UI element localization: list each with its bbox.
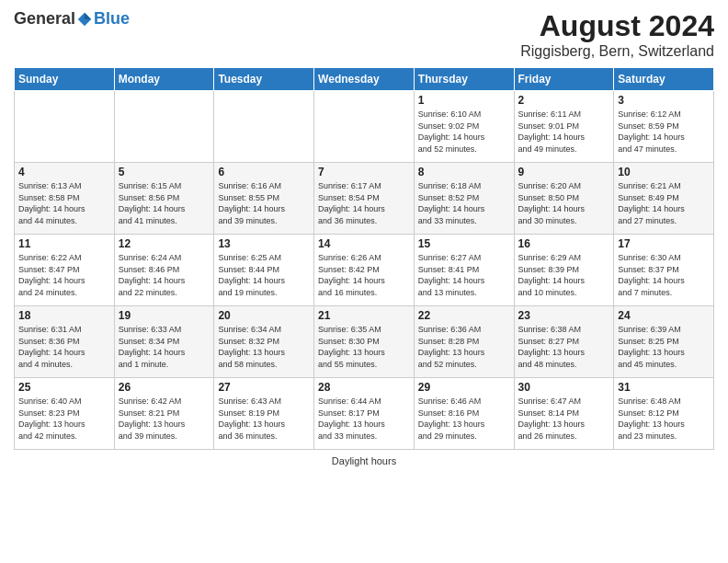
calendar-header-row: SundayMondayTuesdayWednesdayThursdayFrid… [15, 68, 714, 91]
calendar-cell: 28Sunrise: 6:44 AMSunset: 8:17 PMDayligh… [314, 378, 415, 450]
logo-icon [76, 11, 93, 28]
day-number: 7 [318, 166, 410, 178]
calendar-cell: 5Sunrise: 6:15 AMSunset: 8:56 PMDaylight… [114, 163, 214, 235]
calendar-cell [314, 91, 415, 163]
day-number: 11 [18, 237, 110, 250]
calendar-header-thursday: Thursday [414, 68, 514, 91]
calendar-cell: 17Sunrise: 6:30 AMSunset: 8:37 PMDayligh… [614, 235, 714, 306]
day-number: 31 [618, 381, 710, 394]
calendar-cell: 7Sunrise: 6:17 AMSunset: 8:54 PMDaylight… [314, 163, 415, 235]
day-number: 3 [618, 94, 710, 107]
calendar-cell: 1Sunrise: 6:10 AMSunset: 9:02 PMDaylight… [414, 91, 514, 163]
day-number: 12 [119, 237, 210, 250]
day-info: Sunrise: 6:39 AMSunset: 8:25 PMDaylight:… [618, 324, 710, 370]
day-info: Sunrise: 6:20 AMSunset: 8:50 PMDaylight:… [518, 180, 610, 226]
day-number: 20 [218, 309, 310, 322]
title-area: August 2024 Riggisberg, Bern, Switzerlan… [520, 9, 714, 60]
day-number: 13 [218, 237, 310, 250]
calendar-cell: 16Sunrise: 6:29 AMSunset: 8:39 PMDayligh… [514, 235, 614, 306]
day-info: Sunrise: 6:25 AMSunset: 8:44 PMDaylight:… [218, 252, 310, 298]
day-info: Sunrise: 6:36 AMSunset: 8:28 PMDaylight:… [418, 324, 510, 370]
day-number: 15 [418, 237, 510, 250]
day-number: 6 [218, 166, 310, 178]
day-number: 24 [618, 309, 710, 322]
calendar-week-3: 11Sunrise: 6:22 AMSunset: 8:47 PMDayligh… [15, 235, 714, 306]
day-number: 27 [218, 381, 310, 394]
day-info: Sunrise: 6:17 AMSunset: 8:54 PMDaylight:… [318, 180, 410, 226]
calendar-week-4: 18Sunrise: 6:31 AMSunset: 8:36 PMDayligh… [15, 306, 714, 378]
calendar-cell: 26Sunrise: 6:42 AMSunset: 8:21 PMDayligh… [114, 378, 214, 450]
day-info: Sunrise: 6:43 AMSunset: 8:19 PMDaylight:… [218, 396, 310, 442]
day-info: Sunrise: 6:10 AMSunset: 9:02 PMDaylight:… [418, 109, 510, 155]
calendar-header-wednesday: Wednesday [314, 68, 415, 91]
calendar-cell: 13Sunrise: 6:25 AMSunset: 8:44 PMDayligh… [214, 235, 314, 306]
day-number: 22 [418, 309, 510, 322]
day-number: 18 [18, 309, 110, 322]
calendar-cell: 6Sunrise: 6:16 AMSunset: 8:55 PMDaylight… [214, 163, 314, 235]
day-number: 29 [418, 381, 510, 394]
day-info: Sunrise: 6:27 AMSunset: 8:41 PMDaylight:… [418, 252, 510, 298]
day-info: Sunrise: 6:12 AMSunset: 8:59 PMDaylight:… [618, 109, 710, 155]
day-info: Sunrise: 6:18 AMSunset: 8:52 PMDaylight:… [418, 180, 510, 226]
logo: General Blue [14, 9, 130, 29]
day-info: Sunrise: 6:11 AMSunset: 9:01 PMDaylight:… [518, 109, 610, 155]
day-info: Sunrise: 6:40 AMSunset: 8:23 PMDaylight:… [18, 396, 110, 442]
calendar-cell: 20Sunrise: 6:34 AMSunset: 8:32 PMDayligh… [214, 306, 314, 378]
calendar-cell [214, 91, 314, 163]
calendar-cell: 8Sunrise: 6:18 AMSunset: 8:52 PMDaylight… [414, 163, 514, 235]
day-number: 5 [119, 166, 210, 178]
day-info: Sunrise: 6:33 AMSunset: 8:34 PMDaylight:… [119, 324, 210, 370]
calendar-cell: 24Sunrise: 6:39 AMSunset: 8:25 PMDayligh… [614, 306, 714, 378]
calendar-week-2: 4Sunrise: 6:13 AMSunset: 8:58 PMDaylight… [15, 163, 714, 235]
day-info: Sunrise: 6:29 AMSunset: 8:39 PMDaylight:… [518, 252, 610, 298]
calendar-cell: 15Sunrise: 6:27 AMSunset: 8:41 PMDayligh… [414, 235, 514, 306]
calendar-cell: 19Sunrise: 6:33 AMSunset: 8:34 PMDayligh… [114, 306, 214, 378]
calendar-week-1: 1Sunrise: 6:10 AMSunset: 9:02 PMDaylight… [15, 91, 714, 163]
calendar-cell: 3Sunrise: 6:12 AMSunset: 8:59 PMDaylight… [614, 91, 714, 163]
day-number: 16 [518, 237, 610, 250]
calendar-cell: 18Sunrise: 6:31 AMSunset: 8:36 PMDayligh… [15, 306, 115, 378]
day-number: 30 [518, 381, 610, 394]
day-number: 8 [418, 166, 510, 178]
calendar-cell: 21Sunrise: 6:35 AMSunset: 8:30 PMDayligh… [314, 306, 415, 378]
calendar-cell [15, 91, 115, 163]
day-info: Sunrise: 6:15 AMSunset: 8:56 PMDaylight:… [119, 180, 210, 226]
calendar-cell: 14Sunrise: 6:26 AMSunset: 8:42 PMDayligh… [314, 235, 415, 306]
page-subtitle: Riggisberg, Bern, Switzerland [520, 43, 714, 60]
day-info: Sunrise: 6:42 AMSunset: 8:21 PMDaylight:… [119, 396, 210, 442]
calendar-cell [114, 91, 214, 163]
calendar-header-saturday: Saturday [614, 68, 714, 91]
day-info: Sunrise: 6:13 AMSunset: 8:58 PMDaylight:… [18, 180, 110, 226]
day-number: 19 [119, 309, 210, 322]
day-number: 14 [318, 237, 410, 250]
calendar: SundayMondayTuesdayWednesdayThursdayFrid… [14, 67, 714, 450]
day-info: Sunrise: 6:48 AMSunset: 8:12 PMDaylight:… [618, 396, 710, 442]
footer: Daylight hours [14, 455, 714, 466]
calendar-cell: 2Sunrise: 6:11 AMSunset: 9:01 PMDaylight… [514, 91, 614, 163]
day-info: Sunrise: 6:44 AMSunset: 8:17 PMDaylight:… [318, 396, 410, 442]
page-title: August 2024 [520, 9, 714, 43]
day-info: Sunrise: 6:34 AMSunset: 8:32 PMDaylight:… [218, 324, 310, 370]
day-number: 28 [318, 381, 410, 394]
day-number: 17 [618, 237, 710, 250]
calendar-cell: 29Sunrise: 6:46 AMSunset: 8:16 PMDayligh… [414, 378, 514, 450]
calendar-cell: 9Sunrise: 6:20 AMSunset: 8:50 PMDaylight… [514, 163, 614, 235]
calendar-header-monday: Monday [114, 68, 214, 91]
day-info: Sunrise: 6:38 AMSunset: 8:27 PMDaylight:… [518, 324, 610, 370]
calendar-cell: 25Sunrise: 6:40 AMSunset: 8:23 PMDayligh… [15, 378, 115, 450]
day-info: Sunrise: 6:21 AMSunset: 8:49 PMDaylight:… [618, 180, 710, 226]
day-number: 23 [518, 309, 610, 322]
day-info: Sunrise: 6:47 AMSunset: 8:14 PMDaylight:… [518, 396, 610, 442]
svg-marker-1 [85, 12, 91, 18]
day-info: Sunrise: 6:35 AMSunset: 8:30 PMDaylight:… [318, 324, 410, 370]
day-number: 10 [618, 166, 710, 178]
day-info: Sunrise: 6:30 AMSunset: 8:37 PMDaylight:… [618, 252, 710, 298]
calendar-cell: 4Sunrise: 6:13 AMSunset: 8:58 PMDaylight… [15, 163, 115, 235]
header: General Blue August 2024 Riggisberg, Ber… [14, 9, 714, 60]
calendar-cell: 23Sunrise: 6:38 AMSunset: 8:27 PMDayligh… [514, 306, 614, 378]
day-info: Sunrise: 6:31 AMSunset: 8:36 PMDaylight:… [18, 324, 110, 370]
day-number: 25 [18, 381, 110, 394]
day-number: 21 [318, 309, 410, 322]
calendar-cell: 27Sunrise: 6:43 AMSunset: 8:19 PMDayligh… [214, 378, 314, 450]
calendar-cell: 22Sunrise: 6:36 AMSunset: 8:28 PMDayligh… [414, 306, 514, 378]
